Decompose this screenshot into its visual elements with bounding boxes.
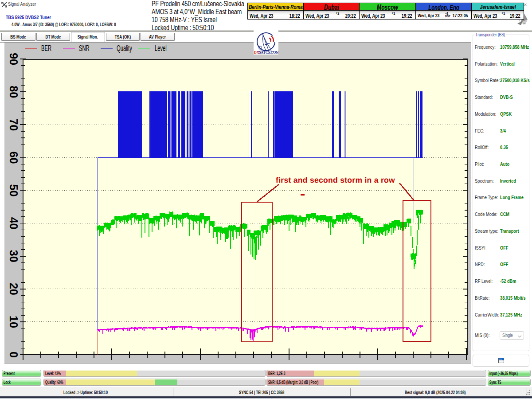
svg-text:50: 50 [8,184,20,197]
svg-text:40: 40 [8,217,20,230]
svg-text:dx: dx [523,23,525,25]
svg-text:80: 80 [8,86,20,98]
svg-text:90: 90 [8,53,20,65]
svg-text:70: 70 [8,118,20,131]
svg-text:20: 20 [8,283,20,295]
svg-text:DXSATCS.COM: DXSATCS.COM [254,51,278,55]
svg-text:first and second storm in a ro: first and second storm in a row [276,176,395,184]
svg-text:30: 30 [8,250,20,262]
svg-text:10: 10 [8,316,20,328]
svg-text:60: 60 [8,151,20,164]
svg-text:0: 0 [8,352,20,358]
